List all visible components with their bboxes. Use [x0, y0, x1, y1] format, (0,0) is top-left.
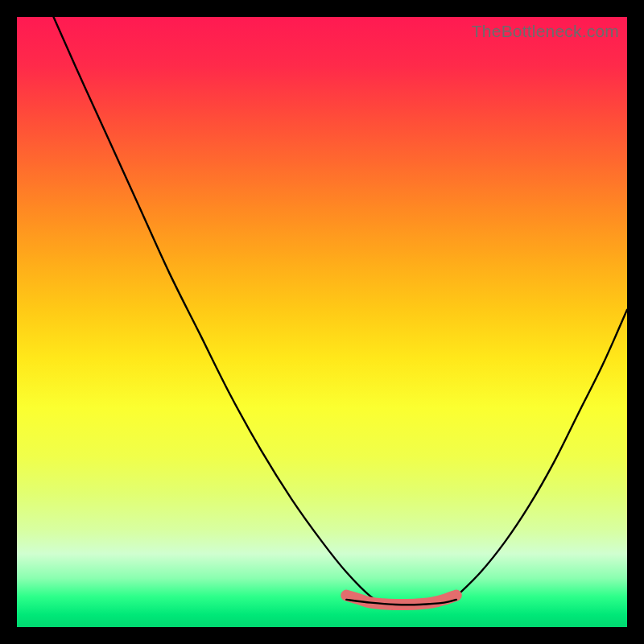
chart-frame: TheBottleneck.com [0, 0, 644, 644]
plot-area: TheBottleneck.com [17, 17, 627, 627]
attribution-watermark: TheBottleneck.com [472, 22, 619, 41]
curve-left [53, 17, 392, 609]
curve-right [456, 310, 627, 597]
chart-svg [17, 17, 627, 627]
